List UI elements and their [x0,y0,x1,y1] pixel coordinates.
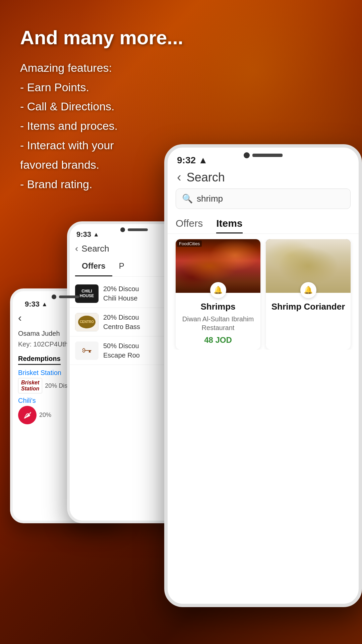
offer-brand-centro: Centro Bass [103,322,140,331]
offer-logo-escape: 🗝 [75,341,99,360]
offer-discount-chilihouse: 20% Discou [103,284,139,293]
phone1-speaker [59,296,79,298]
promo-headline: And many more... [20,27,183,48]
item-name-coriander: Shrimp Coriander [270,302,346,312]
phone3-tab-items[interactable]: Items [216,214,242,233]
phone3-speaker [252,154,283,157]
phone1-redemptions-tab[interactable]: Redemptions [18,355,61,365]
phone3-content: 9:32 ▲ ‹ Search 🔍 shrimp Offers Items [168,148,359,604]
phone2-tab-offers[interactable]: Offers [75,257,112,276]
offer-text-chilihouse: 20% Discou Chili House [103,284,139,303]
phone3-location-icon: ▲ [198,155,208,166]
phone3-back-button[interactable]: ‹ [177,170,181,184]
brand-label-shrimps: FoodCities [177,240,202,247]
phone3-search-value[interactable]: shrimp [197,194,223,204]
phone2-location-icon: ▲ [93,231,99,238]
offer-discount-escape: 50% Discou [103,341,140,351]
offer-logo-centro: CENTRO [75,313,99,331]
item-restaurant-shrimps: Diwan Al-Sultan Ibrahim Restaurant [180,315,256,332]
item-price-shrimps: 48 JOD [180,335,256,345]
centro-oval-logo: CENTRO [78,316,96,328]
escape-key-icon: 🗝 [82,345,92,356]
phone2-camera [120,227,125,232]
phone3-camera [244,152,250,158]
offer-brand-escape: Escape Roo [103,351,140,360]
centro-logo-img: CENTRO [75,313,99,331]
phone1-camera [52,294,56,299]
chilihouse-logo-img: CHILIHOUSE [75,284,99,303]
item-img-coriander: 🔔 [266,239,351,293]
phone1-time: 9:33 [25,300,40,309]
phone-search: 9:32 ▲ ‹ Search 🔍 shrimp Offers Items [164,144,362,607]
item-card-shrimp-coriander[interactable]: 🔔 Shrimp Coriander [266,239,351,350]
phones-container: 9:33 ▲ ‹ Osama Judeh Key: 102CP4Uth1p Re… [0,94,362,644]
offer-discount-centro: 20% Discou [103,313,140,322]
notify-button-shrimps[interactable]: 🔔 [210,282,226,298]
phone3-tabs: Offers Items [168,214,359,234]
phone3-items-grid: FoodCities 🔔 Shrimps Diwan Al-Sultan Ibr… [168,239,359,350]
phone1-chilis-logo: 🌶 [18,406,37,424]
offer-text-escape: 50% Discou Escape Roo [103,341,140,360]
offer-brand-chilihouse: Chili House [103,293,139,303]
phone3-nav-title: Search [187,170,225,184]
phone2-notch [120,227,148,232]
phone1-brisket-discount: 20% Dis [45,382,67,389]
offer-text-centro: 20% Discou Centro Bass [103,313,140,331]
phone2-nav-title: Search [81,244,109,254]
phone1-location-icon: ▲ [42,301,48,308]
item-card-shrimps[interactable]: FoodCities 🔔 Shrimps Diwan Al-Sultan Ibr… [176,239,260,350]
notify-button-coriander[interactable]: 🔔 [300,282,316,298]
phone2-time: 9:33 [76,230,91,239]
search-icon: 🔍 [182,194,193,204]
phone1-chilis-discount: 20% [39,412,51,419]
phone3-tab-offers[interactable]: Offers [176,214,203,233]
phone3-time: 9:32 [177,155,196,166]
escape-logo-img: 🗝 [75,341,99,360]
phone3-notch [244,152,283,158]
phone2-back-button[interactable]: ‹ [75,243,78,254]
chilis-pepper-icon: 🌶 [23,411,32,420]
phone1-notch [52,294,79,299]
features-label: Amazing features: [20,58,183,78]
phone1-brisket-logo: BrisketStation [18,378,42,393]
phone2-tab-other[interactable]: P [112,257,131,276]
item-info-shrimps: Shrimps Diwan Al-Sultan Ibrahim Restaura… [176,293,260,350]
phone3-nav: ‹ Search [168,167,359,189]
item-img-shrimps: FoodCities 🔔 [176,239,260,293]
phone3-search-bar[interactable]: 🔍 shrimp [176,189,351,209]
phone2-speaker [128,228,148,231]
offer-logo-chilihouse: CHILIHOUSE [75,284,99,303]
item-name-shrimps: Shrimps [180,302,256,312]
